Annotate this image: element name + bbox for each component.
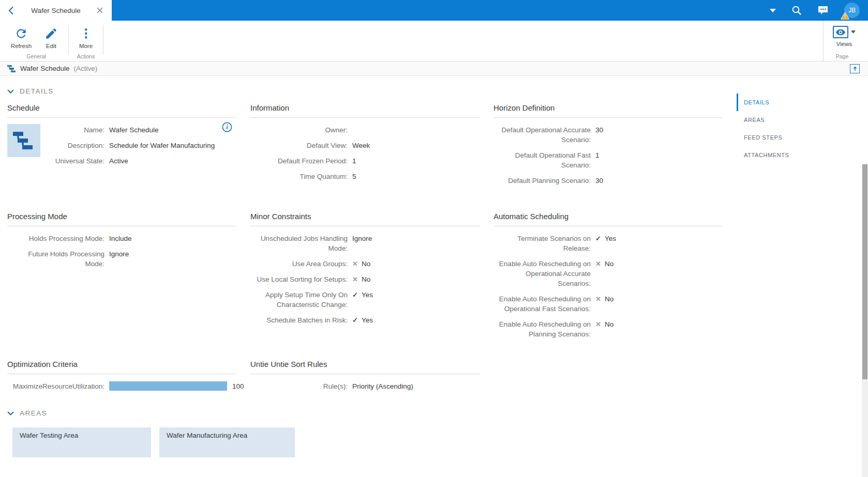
field-value: ✕No xyxy=(352,259,480,269)
value-text: 5 xyxy=(352,172,356,181)
field-value: Wafer Schedule xyxy=(109,125,236,135)
value-text: Ignore xyxy=(109,249,129,259)
search-button[interactable] xyxy=(791,5,802,16)
check-icon: ✓ xyxy=(595,234,601,243)
field-label: Enable Auto Rescheduling on Operational … xyxy=(493,294,591,314)
group-title: Untie Untie Sort Rules xyxy=(250,360,480,374)
views-button[interactable]: Views xyxy=(833,25,856,52)
field-value: Ignore xyxy=(352,234,480,243)
refresh-button[interactable]: Refresh xyxy=(6,25,36,49)
field-row: Default Frozen Period:1 xyxy=(250,153,480,168)
field-label: Enable Auto Rescheduling on Operational … xyxy=(493,259,591,288)
field-label: Universal State: xyxy=(7,156,104,166)
arrow-up-icon xyxy=(852,66,858,71)
field-row: Enable Auto Rescheduling on Operational … xyxy=(493,256,723,291)
user-avatar[interactable]: JB xyxy=(844,3,860,18)
field-value: ✕No xyxy=(352,274,480,284)
field-label: Holds Processing Mode: xyxy=(7,234,104,243)
nav-item-details[interactable]: DETAILS xyxy=(737,94,835,111)
field-label: Schedule Batches in Risk: xyxy=(250,315,348,325)
area-tiles: Wafer Testing AreaWafer Manufacturing Ar… xyxy=(12,427,868,457)
field-row: Use Local Sorting for Setups:✕No xyxy=(250,271,480,287)
group-optimization-criteria: Optimization CriteriaMaximizeResourceUti… xyxy=(7,360,236,394)
field-row: Description:Schedule for Wafer Manufactu… xyxy=(7,137,236,153)
edit-label: Edit xyxy=(46,43,56,49)
info-icon[interactable]: i xyxy=(222,122,232,134)
toolbar-left: Refresh Edit General More Actions xyxy=(0,21,103,61)
toolbar-separator xyxy=(103,25,103,55)
value-text: Wafer Schedule xyxy=(109,125,159,135)
tab-close-button[interactable] xyxy=(94,5,106,16)
value-text: No xyxy=(362,259,370,269)
field-row: Default Operational Fast Scenario:1 xyxy=(493,147,723,173)
field-label: Rule(s): xyxy=(250,381,348,391)
edit-button[interactable]: Edit xyxy=(36,25,66,49)
value-text: 30 xyxy=(595,125,603,135)
field-value: 30 xyxy=(595,176,723,186)
field-value: 5 xyxy=(352,172,480,181)
toolbar: Refresh Edit General More Actions xyxy=(0,21,868,61)
field-value: ✕No xyxy=(595,319,723,329)
cross-icon: ✕ xyxy=(352,259,358,269)
chat-icon xyxy=(817,5,829,16)
field-label: Apply Setup Time Only On Characteristic … xyxy=(250,290,348,310)
views-label: Views xyxy=(836,41,852,47)
chevron-down-icon xyxy=(7,411,14,416)
eye-icon xyxy=(836,29,845,36)
check-icon: ✓ xyxy=(352,315,358,325)
group-information: InformationOwner:Default View:WeekDefaul… xyxy=(250,103,480,212)
cross-icon: ✕ xyxy=(352,274,358,284)
field-row: Default Operational Accurate Scenario:30 xyxy=(493,122,723,147)
field-label: Unscheduled Jobs Handling Mode: xyxy=(250,234,348,253)
more-button[interactable]: More xyxy=(71,25,101,49)
field-value xyxy=(352,125,480,135)
field-value: Week xyxy=(352,141,480,150)
more-icon xyxy=(79,27,93,40)
field-row: Apply Setup Time Only On Characteristic … xyxy=(250,287,480,312)
field-row: Owner: xyxy=(250,122,480,137)
back-button[interactable] xyxy=(4,4,18,17)
field-label: Default Operational Fast Scenario: xyxy=(493,150,591,170)
active-tab-title[interactable]: Wafer Schedule xyxy=(18,7,94,14)
collapse-header-button[interactable] xyxy=(850,64,860,73)
eye-box xyxy=(833,26,848,38)
vertical-scrollbar xyxy=(862,164,868,477)
value-text: Yes xyxy=(605,234,616,243)
area-tile[interactable]: Wafer Testing Area xyxy=(12,427,151,457)
value-text: Include xyxy=(109,234,132,243)
scrollbar-thumb[interactable] xyxy=(862,164,867,379)
value-text: 1 xyxy=(352,156,356,166)
field-label: Default Planning Scenario: xyxy=(493,176,591,186)
field-row: Name:Wafer Schedule xyxy=(7,122,236,137)
area-tile[interactable]: Wafer Manufacturing Area xyxy=(159,427,295,457)
nav-item-attachments[interactable]: ATTACHMENTS xyxy=(737,146,835,164)
nav-item-areas[interactable]: AREAS xyxy=(737,111,835,129)
notifications-button[interactable] xyxy=(817,5,829,16)
value-text: No xyxy=(605,294,613,304)
caret-down-icon xyxy=(851,30,856,34)
more-panels-button[interactable] xyxy=(770,9,776,12)
field-label: Time Quantum: xyxy=(250,172,348,181)
page-title: Wafer Schedule xyxy=(20,65,70,72)
toolbar-group-actions: More Actions xyxy=(69,21,103,61)
nav-item-feed-steps[interactable]: FEED STEPS xyxy=(737,129,835,146)
value-text: 1 xyxy=(595,150,600,160)
field-row: Use Area Groups:✕No xyxy=(250,256,480,271)
areas-section-header[interactable]: AREAS xyxy=(7,409,868,417)
value-text: 30 xyxy=(595,176,603,186)
field-label: Future Holds Processing Mode: xyxy=(7,249,104,269)
topbar-actions: JB xyxy=(112,0,868,21)
field-value: Schedule for Wafer Manufacturing xyxy=(109,141,236,150)
group-minor-constraints: Minor ConstraintsUnscheduled Jobs Handli… xyxy=(250,212,480,360)
areas-block: AREAS Wafer Testing AreaWafer Manufactur… xyxy=(7,409,868,457)
field-value: ✓Yes xyxy=(352,315,480,325)
edit-icon xyxy=(44,27,58,40)
gantt-thumbnail-icon xyxy=(12,130,36,151)
field-label: Use Area Groups: xyxy=(250,259,348,269)
toolbar-group-label: Actions xyxy=(69,53,103,59)
top-bar: Wafer Schedule JB xyxy=(0,0,868,21)
field-label: Terminate Scenarios on Release: xyxy=(493,234,591,253)
value-text: Priority (Ascending) xyxy=(352,381,413,391)
svg-text:i: i xyxy=(226,124,228,131)
field-value: ✓Yes xyxy=(595,234,723,243)
